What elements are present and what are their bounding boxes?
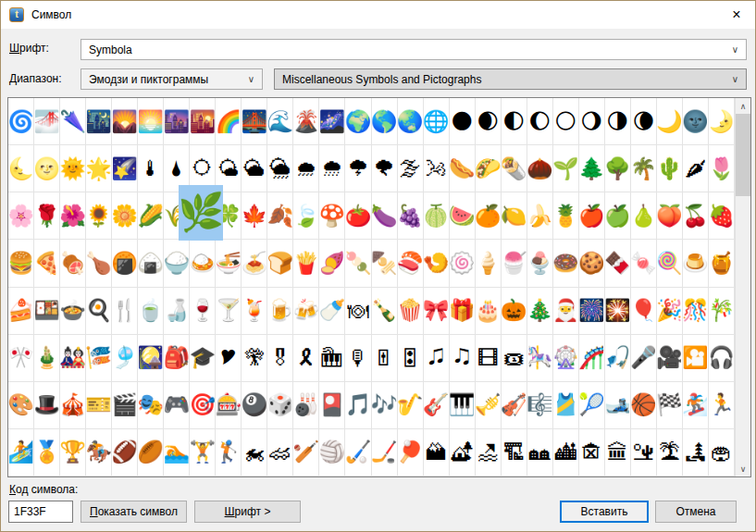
symbol-cell[interactable]: 🍾 — [372, 288, 398, 335]
symbol-cell[interactable]: 🏍 — [242, 429, 267, 476]
symbol-cell[interactable]: 🎚 — [372, 335, 398, 382]
symbol-cell[interactable]: 🌵 — [657, 145, 683, 192]
symbol-cell[interactable]: 🌽 — [138, 192, 164, 240]
symbol-cell[interactable]: 🌴 — [631, 145, 657, 192]
symbol-cell[interactable]: 🌭 — [450, 145, 476, 192]
symbol-cell[interactable]: 🍬 — [631, 240, 657, 287]
symbol-cell[interactable]: 🍊 — [476, 192, 502, 240]
range-select[interactable]: Эмодзи и пиктограммы ∨ — [81, 68, 263, 90]
symbol-cell[interactable]: 🌷 — [709, 145, 735, 192]
symbol-cell[interactable]: 🍨 — [527, 240, 553, 287]
symbol-cell[interactable]: 🌆 — [164, 98, 190, 145]
symbol-cell[interactable]: 🌑 — [450, 98, 476, 145]
symbol-cell[interactable]: 🍶 — [164, 288, 190, 335]
symbol-cell[interactable]: 🌫 — [398, 145, 424, 192]
symbol-cell[interactable]: 🍗 — [86, 240, 112, 287]
symbol-cell[interactable]: 🏅 — [34, 429, 60, 476]
symbol-cell[interactable]: 🎵 — [345, 382, 371, 429]
symbol-cell[interactable]: 🎆 — [579, 288, 605, 335]
symbol-cell[interactable]: 🏀 — [631, 382, 657, 429]
symbol-cell[interactable]: 🎱 — [242, 382, 267, 429]
symbol-cell[interactable]: 🎡 — [553, 335, 579, 382]
symbol-cell[interactable]: 🍞 — [267, 240, 293, 287]
symbol-cell[interactable]: 🎬 — [112, 382, 138, 429]
symbol-cell[interactable]: 🌻 — [86, 192, 112, 240]
symbol-grid-cells[interactable]: 🌿 🌀🌁🌂🌃🌄🌅🌆🌇🌈🌉🌊🌋🌌🌍🌎🌏🌐🌑🌒🌓🌔🌕🌖🌗🌘🌙🌚🌛🌜🌝🌞🌟🌠🌡🌢🌣🌤🌥… — [8, 98, 735, 476]
symbol-cell[interactable]: 🎩 — [34, 382, 60, 429]
symbol-cell[interactable]: 🌂 — [60, 98, 86, 145]
symbol-cell[interactable]: 🎺 — [476, 382, 502, 429]
symbol-cell[interactable]: 🏛 — [605, 429, 631, 476]
symbol-cell[interactable]: 🌇 — [190, 98, 216, 145]
symbol-cell[interactable]: 🌔 — [527, 98, 553, 145]
symbol-cell[interactable]: 🌄 — [112, 98, 138, 145]
symbol-cell[interactable]: 🎲 — [267, 382, 293, 429]
symbol-cell[interactable]: 🎷 — [398, 382, 424, 429]
symbol-cell[interactable]: 🏟 — [709, 429, 735, 476]
symbol-cell[interactable]: 🌙 — [657, 98, 683, 145]
symbol-cell[interactable]: 🌬 — [424, 145, 450, 192]
symbol-cell[interactable]: 🌎 — [372, 98, 398, 145]
symbol-cell[interactable]: 🍖 — [60, 240, 86, 287]
symbol-cell[interactable]: 🍡 — [345, 240, 371, 287]
symbol-cell[interactable]: 🎐 — [112, 335, 138, 382]
symbol-cell[interactable]: 🎓 — [190, 335, 216, 382]
symbol-cell[interactable]: 🍎 — [579, 192, 605, 240]
symbol-cell[interactable]: 🏔 — [424, 429, 450, 476]
symbol-cell[interactable]: 🎗 — [293, 335, 319, 382]
symbol-cell[interactable]: 🎃 — [502, 288, 527, 335]
symbol-cell[interactable]: 🍤 — [424, 240, 450, 287]
symbol-cell[interactable]: 🌅 — [138, 98, 164, 145]
symbol-cell[interactable]: 🏄 — [8, 429, 34, 476]
symbol-cell[interactable]: 🍯 — [709, 240, 735, 287]
subset-select[interactable]: Miscellaneous Symbols and Pictographs ∨ — [274, 68, 747, 90]
symbol-cell[interactable]: 🍉 — [450, 192, 476, 240]
symbol-cell[interactable]: 🍆 — [372, 192, 398, 240]
symbol-cell[interactable]: 🏋 — [190, 429, 216, 476]
symbol-cell[interactable]: 🎙 — [345, 335, 371, 382]
symbol-cell[interactable]: 🎂 — [476, 288, 502, 335]
scrollbar-track[interactable] — [736, 114, 750, 461]
symbol-cell[interactable]: 🎉 — [657, 288, 683, 335]
symbol-cell[interactable]: 🏊 — [164, 429, 190, 476]
symbol-cell[interactable]: 🍪 — [579, 240, 605, 287]
symbol-cell[interactable]: 🌲 — [579, 145, 605, 192]
symbol-cell[interactable]: 🎫 — [86, 382, 112, 429]
symbol-cell[interactable]: 🎮 — [164, 382, 190, 429]
symbol-cell[interactable]: 🎯 — [190, 382, 216, 429]
symbol-cell[interactable]: 🎈 — [631, 288, 657, 335]
symbol-cell[interactable]: 🏂 — [683, 382, 709, 429]
symbol-cell[interactable]: 🎌 — [8, 335, 34, 382]
symbol-cell[interactable]: 🎰 — [216, 382, 242, 429]
symbol-cell[interactable]: 🍋 — [502, 192, 527, 240]
symbol-cell[interactable]: 🎄 — [527, 288, 553, 335]
symbol-cell[interactable]: 🎦 — [683, 335, 709, 382]
symbol-cell[interactable]: 🎔 — [216, 335, 242, 382]
scroll-up-button[interactable]: ∧ — [736, 98, 750, 114]
symbol-cell[interactable]: 🍂 — [267, 192, 293, 240]
symbol-cell[interactable]: 🏝 — [657, 429, 683, 476]
symbol-cell[interactable]: 🍓 — [709, 192, 735, 240]
symbol-cell[interactable]: 🎖 — [267, 335, 293, 382]
symbol-cell[interactable]: 🌡 — [138, 145, 164, 192]
symbol-cell[interactable]: 🎤 — [631, 335, 657, 382]
symbol-cell[interactable]: 🍄 — [319, 192, 345, 240]
symbol-cell[interactable]: 🏑 — [345, 429, 371, 476]
symbol-cell[interactable]: 🌖 — [579, 98, 605, 145]
symbol-cell[interactable]: 🌰 — [527, 145, 553, 192]
selected-symbol-cell[interactable]: 🌿 — [179, 185, 223, 241]
symbol-cell[interactable]: 🎝 — [450, 335, 476, 382]
symbol-cell[interactable]: 🍘 — [112, 240, 138, 287]
symbol-cell[interactable]: 🌝 — [34, 145, 60, 192]
symbol-cell[interactable]: 🍦 — [476, 240, 502, 287]
symbol-cell[interactable]: 🌮 — [476, 145, 502, 192]
symbol-cell[interactable]: 🍺 — [267, 288, 293, 335]
symbol-cell[interactable]: 🌥 — [242, 145, 267, 192]
symbol-cell[interactable]: 🍅 — [345, 192, 371, 240]
insert-button[interactable]: Вставить — [560, 501, 649, 523]
symbol-cell[interactable]: 🌚 — [683, 98, 709, 145]
symbol-cell[interactable]: 🍸 — [216, 288, 242, 335]
symbol-cell[interactable]: 🎅 — [553, 288, 579, 335]
symbol-cell[interactable]: 🍏 — [605, 192, 631, 240]
symbol-cell[interactable]: 🌁 — [34, 98, 60, 145]
